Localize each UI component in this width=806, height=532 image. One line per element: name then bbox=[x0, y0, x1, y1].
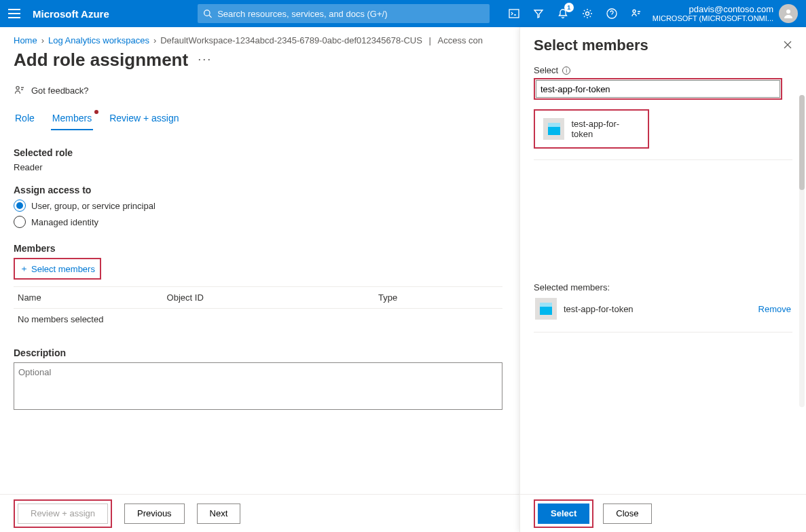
scrollbar[interactable] bbox=[799, 95, 805, 407]
breadcrumb-home[interactable]: Home bbox=[14, 35, 37, 45]
avatar[interactable] bbox=[779, 4, 798, 23]
panel-select-label-text: Select bbox=[534, 65, 558, 75]
panel-search-input[interactable] bbox=[536, 80, 780, 98]
tab-members[interactable]: Members bbox=[51, 109, 93, 130]
highlight-review-assign: Review + assign bbox=[14, 499, 112, 528]
tab-role[interactable]: Role bbox=[14, 109, 36, 130]
panel-close-button[interactable]: Close bbox=[603, 504, 651, 524]
tab-members-dot-icon bbox=[94, 110, 98, 114]
notifications-badge: 1 bbox=[564, 3, 574, 12]
selected-members-label: Selected members: bbox=[534, 282, 792, 292]
page-title: Add role assignment bbox=[14, 50, 188, 71]
info-icon[interactable]: i bbox=[562, 66, 570, 75]
panel-select-button[interactable]: Select bbox=[538, 504, 589, 524]
breadcrumb-section: Access con bbox=[438, 35, 483, 45]
global-search-input[interactable] bbox=[216, 8, 484, 20]
highlight-search-input bbox=[534, 78, 782, 100]
highlight-select-btn: Select bbox=[534, 499, 593, 528]
breadcrumb-separator: | bbox=[426, 35, 434, 45]
more-ellipsis-icon[interactable]: ··· bbox=[198, 52, 212, 66]
cloud-shell-icon[interactable] bbox=[507, 7, 521, 20]
svg-line-1 bbox=[209, 16, 211, 18]
review-assign-button[interactable]: Review + assign bbox=[18, 504, 108, 524]
col-name: Name bbox=[14, 287, 163, 309]
global-search[interactable] bbox=[198, 4, 490, 23]
panel-title: Select members bbox=[534, 37, 648, 54]
highlight-select-members: ＋ Select members bbox=[14, 258, 101, 280]
topbar: Microsoft Azure 1 pdavis@contoso.com MIC… bbox=[0, 0, 806, 27]
feedback-icon[interactable] bbox=[629, 7, 643, 20]
next-button[interactable]: Next bbox=[197, 504, 241, 524]
radio-icon bbox=[14, 216, 26, 228]
brand-label: Microsoft Azure bbox=[33, 8, 109, 20]
svg-rect-2 bbox=[509, 10, 519, 18]
result-item[interactable]: test-app-for-token bbox=[539, 113, 644, 145]
tab-members-label: Members bbox=[52, 113, 92, 124]
highlight-result: test-app-for-token bbox=[534, 109, 649, 149]
panel-footer: Select Close bbox=[520, 494, 806, 532]
bottom-bar: Review + assign Previous Next bbox=[0, 494, 519, 532]
hamburger-menu-icon[interactable] bbox=[8, 9, 20, 18]
chevron-right-icon: › bbox=[41, 35, 44, 45]
members-table: Name Object ID Type No members selected bbox=[14, 286, 502, 330]
members-empty: No members selected bbox=[14, 309, 502, 330]
feedback-person-icon bbox=[14, 84, 26, 96]
breadcrumb-workspace[interactable]: DefaultWorkspace-1234abcd-2345-6789-0abc… bbox=[160, 35, 422, 45]
select-members-panel: Select members Select i test-app-for-tok… bbox=[519, 27, 806, 532]
chevron-right-icon: › bbox=[153, 35, 156, 45]
tab-review[interactable]: Review + assign bbox=[108, 109, 180, 130]
radio-mi-label: Managed identity bbox=[31, 217, 98, 227]
account-tenant: MICROSOFT (MICROSOFT.ONMI... bbox=[653, 14, 773, 23]
col-type: Type bbox=[374, 287, 502, 309]
col-object-id: Object ID bbox=[163, 287, 374, 309]
selected-member-row: test-app-for-token Remove bbox=[534, 292, 792, 325]
svg-point-0 bbox=[204, 10, 209, 16]
gear-icon[interactable] bbox=[581, 7, 594, 20]
account-block[interactable]: pdavis@contoso.com MICROSOFT (MICROSOFT.… bbox=[653, 4, 773, 24]
app-icon bbox=[535, 298, 557, 320]
svg-point-7 bbox=[16, 86, 19, 89]
result-name: test-app-for-token bbox=[571, 119, 640, 139]
radio-icon bbox=[14, 200, 26, 212]
select-members-link[interactable]: ＋ Select members bbox=[16, 260, 99, 278]
search-icon bbox=[203, 9, 212, 18]
divider bbox=[534, 159, 792, 160]
breadcrumb-workspaces[interactable]: Log Analytics workspaces bbox=[48, 35, 149, 45]
select-members-label: Select members bbox=[31, 264, 95, 274]
app-icon bbox=[543, 118, 564, 140]
divider bbox=[534, 332, 792, 332]
svg-point-5 bbox=[633, 10, 636, 13]
radio-user-label: User, group, or service principal bbox=[31, 201, 155, 211]
panel-select-label: Select i bbox=[534, 65, 792, 75]
notifications-icon[interactable]: 1 bbox=[556, 7, 570, 20]
close-icon[interactable] bbox=[783, 40, 792, 52]
filter-icon[interactable] bbox=[532, 7, 545, 20]
account-email: pdavis@contoso.com bbox=[653, 4, 773, 15]
remove-link[interactable]: Remove bbox=[758, 304, 791, 314]
feedback-label: Got feedback? bbox=[31, 86, 89, 96]
svg-point-6 bbox=[786, 10, 790, 14]
description-textarea[interactable] bbox=[14, 362, 502, 410]
help-icon[interactable] bbox=[605, 7, 619, 20]
svg-point-3 bbox=[585, 12, 589, 16]
plus-icon: ＋ bbox=[20, 263, 29, 275]
selected-member-name: test-app-for-token bbox=[564, 304, 634, 314]
previous-button[interactable]: Previous bbox=[124, 504, 185, 524]
topbar-icons: 1 bbox=[507, 7, 643, 20]
